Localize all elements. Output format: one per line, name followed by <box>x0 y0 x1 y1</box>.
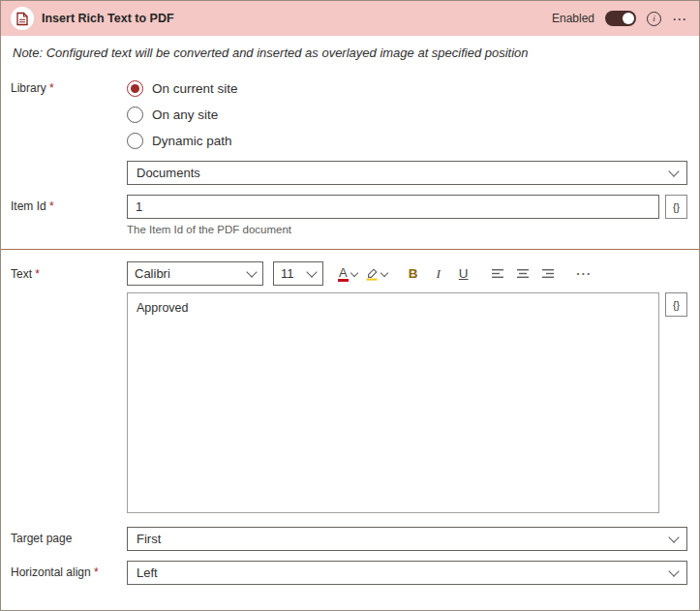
radio-on-any-site[interactable]: On any site <box>127 102 687 128</box>
font-family-dropdown[interactable]: Calibri <box>127 261 263 286</box>
required-marker: * <box>35 267 40 281</box>
chevron-down-icon <box>668 532 679 542</box>
radio-label: On current site <box>152 81 238 96</box>
more-menu-icon[interactable]: ⋯ <box>672 12 687 26</box>
target-page-label: Target page <box>11 527 127 551</box>
info-icon[interactable]: i <box>647 12 661 26</box>
pdf-action-icon <box>11 7 34 30</box>
align-center-button[interactable] <box>512 261 535 286</box>
horizontal-align-dropdown[interactable]: Left <box>127 561 687 585</box>
header-controls: Enabled i ⋯ <box>552 11 687 26</box>
note-text: Note: Configured text will be converted … <box>13 46 685 60</box>
action-header[interactable]: Insert Rich Text to PDF Enabled i ⋯ <box>1 1 699 36</box>
highlight-color-button[interactable] <box>362 261 390 286</box>
toggle-knob <box>623 13 634 24</box>
radio-label: Dynamic path <box>152 134 232 148</box>
align-right-icon <box>542 268 555 279</box>
library-label: Library * <box>11 76 127 185</box>
bold-button[interactable]: B <box>402 261 425 286</box>
font-size-value: 11 <box>281 266 294 281</box>
expression-button[interactable]: {} <box>665 292 687 317</box>
text-label-text: Text <box>11 267 32 281</box>
section-divider <box>1 249 699 250</box>
radio-icon <box>127 133 143 149</box>
font-color-icon: A <box>338 266 349 282</box>
required-marker: * <box>49 199 54 213</box>
item-id-helper-text: The Item Id of the PDF document <box>127 224 687 235</box>
enabled-label: Enabled <box>552 12 594 25</box>
radio-dynamic-path[interactable]: Dynamic path <box>127 128 687 154</box>
action-title: Insert Rich Text to PDF <box>42 12 544 25</box>
radio-icon <box>127 107 143 123</box>
text-label: Text * <box>11 261 127 513</box>
library-dropdown-value: Documents <box>137 166 200 180</box>
target-page-label-text: Target page <box>11 532 72 545</box>
chevron-down-icon <box>668 565 679 576</box>
align-right-button[interactable] <box>537 261 561 286</box>
chevron-down-icon <box>668 166 679 176</box>
italic-button[interactable]: I <box>427 261 450 286</box>
text-field: Text * Calibri 11 A <box>11 261 687 513</box>
align-left-button[interactable] <box>487 261 510 286</box>
rich-text-toolbar: Calibri 11 A <box>127 261 687 286</box>
item-id-input[interactable] <box>127 195 659 219</box>
highlighter-icon <box>365 267 379 281</box>
toolbar-more-button[interactable]: ⋯ <box>572 261 595 286</box>
font-size-dropdown[interactable]: 11 <box>273 261 323 286</box>
expression-button[interactable]: {} <box>665 195 687 219</box>
radio-on-current-site[interactable]: On current site <box>127 76 687 102</box>
rich-text-editor[interactable]: Approved <box>127 292 659 513</box>
action-body: Note: Configured text will be converted … <box>1 46 699 611</box>
library-dropdown[interactable]: Documents <box>127 161 687 185</box>
chevron-down-icon <box>350 268 357 276</box>
horizontal-align-value: Left <box>137 565 158 580</box>
target-page-field: Target page First <box>11 527 687 551</box>
horizontal-align-label: Horizontal align * <box>11 561 127 585</box>
target-page-value: First <box>137 532 161 546</box>
library-field: Library * On current site On any site Dy… <box>11 76 687 185</box>
horizontal-align-label-text: Horizontal align <box>11 565 91 579</box>
align-left-icon <box>492 268 504 279</box>
radio-selected-icon <box>127 80 143 97</box>
chevron-down-icon <box>246 266 257 277</box>
radio-label: On any site <box>152 107 218 122</box>
chevron-down-icon <box>306 266 317 277</box>
font-color-button[interactable]: A <box>335 261 360 286</box>
required-marker: * <box>94 565 99 579</box>
required-marker: * <box>49 81 54 95</box>
library-label-text: Library <box>11 81 46 95</box>
underline-button[interactable]: U <box>452 261 475 286</box>
horizontal-align-field: Horizontal align * Left <box>11 561 687 585</box>
action-card: Insert Rich Text to PDF Enabled i ⋯ Note… <box>0 0 700 611</box>
item-id-label-text: Item Id <box>11 199 46 213</box>
font-family-value: Calibri <box>135 266 170 281</box>
item-id-field: Item Id * {} The Item Id of the PDF docu… <box>11 195 687 235</box>
enabled-toggle[interactable] <box>605 11 636 26</box>
item-id-label: Item Id * <box>11 195 127 235</box>
align-center-icon <box>517 268 530 279</box>
target-page-dropdown[interactable]: First <box>127 527 687 551</box>
chevron-down-icon <box>380 268 387 276</box>
